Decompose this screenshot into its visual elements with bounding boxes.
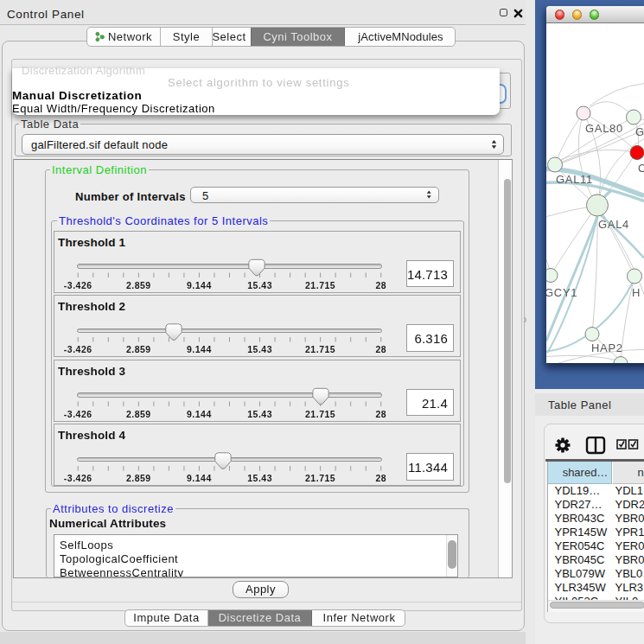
svg-text:GAL11: GAL11 xyxy=(556,172,593,185)
svg-text:H: H xyxy=(632,285,641,298)
svg-text:GCY1: GCY1 xyxy=(546,285,577,298)
svg-text:GAL4: GAL4 xyxy=(598,217,629,230)
svg-text:GA: GA xyxy=(635,124,644,137)
svg-text:HAP2: HAP2 xyxy=(591,341,623,354)
svg-text:C: C xyxy=(638,161,644,174)
svg-text:GAL80: GAL80 xyxy=(585,121,623,134)
